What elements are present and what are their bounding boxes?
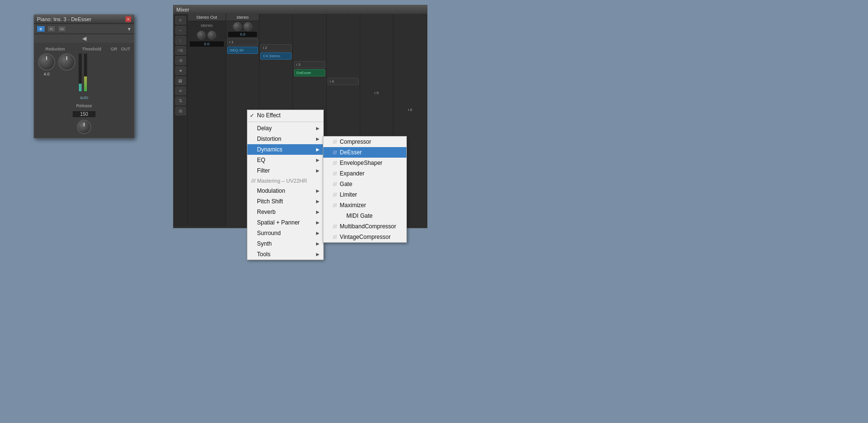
ch1-knob1[interactable] — [233, 22, 242, 31]
ch1-vol: 0.0 — [228, 32, 257, 37]
ch4-insert-i4[interactable]: i 4 — [328, 78, 359, 85]
context-menu: No Effect Delay ▶ Distortion ▶ Dynamics … — [247, 110, 324, 260]
sub-vintage[interactable]: /// VintageCompressor — [323, 232, 406, 242]
meter-gr — [78, 53, 82, 92]
ctx-delay[interactable]: Delay ▶ — [247, 123, 323, 134]
ctx-eq[interactable]: EQ ▶ — [247, 155, 323, 165]
ch3-insert-i3[interactable]: i 3 — [294, 61, 325, 68]
ctx-modulation-arrow: ▶ — [316, 188, 319, 193]
ctx-eq-arrow: ▶ — [316, 158, 319, 162]
sub-midi-gate[interactable]: MIDI Gate — [323, 211, 406, 221]
ctx-tools[interactable]: Tools ▶ — [247, 249, 323, 260]
stereo-out-knob2[interactable] — [208, 31, 216, 39]
ctx-reverb[interactable]: Reverb ▶ — [247, 207, 323, 217]
sub-maximizer[interactable]: /// Maximizer — [323, 200, 406, 211]
stereo-out-knob1[interactable] — [197, 31, 206, 39]
threshold-knob-group — [58, 53, 75, 71]
plugin-close-button[interactable]: × — [125, 16, 131, 22]
ctx-pitch-shift[interactable]: Pitch Shift ▶ — [247, 196, 323, 207]
meter-out-fill — [84, 76, 87, 91]
multiband-icon: /// — [333, 224, 337, 229]
ctx-surround[interactable]: Surround ▶ — [247, 228, 323, 238]
maximizer-icon: /// — [333, 203, 337, 208]
plugin-title-bar: Piano: Ins. 3 - DeEsser × — [34, 15, 134, 24]
ctx-filter[interactable]: Filter ▶ — [247, 165, 323, 176]
mixer-icon-3[interactable]: ↕ — [175, 36, 186, 45]
ctx-modulation[interactable]: Modulation ▶ — [247, 186, 323, 196]
mixer-icon-1[interactable]: ≡ — [175, 16, 186, 25]
ch1-inserts: i 1 GEQ-30 — [226, 37, 259, 55]
ch1-insert-geq[interactable]: GEQ-30 — [227, 47, 258, 54]
auto-label-row: auto — [38, 94, 130, 100]
dynamics-submenu: /// Compressor /// DeEsser /// EnvelopeS… — [323, 136, 407, 243]
ch3-inserts: i 3 DeEsser — [293, 60, 326, 78]
mixer-icon-4[interactable]: +B — [175, 46, 186, 55]
sub-multiband[interactable]: /// MultibandCompressor — [323, 221, 406, 232]
sub-deesser[interactable]: /// DeEsser — [323, 147, 406, 158]
plugin-knobs-meters: 4.0 — [38, 53, 130, 92]
ctx-distortion[interactable]: Distortion ▶ — [247, 134, 323, 144]
plugin-toolbar: e R W ▼ — [34, 24, 134, 34]
plugin-write-button[interactable]: W — [58, 25, 66, 32]
plugin-read-button[interactable]: R — [47, 25, 56, 32]
ctx-dynamics[interactable]: Dynamics ▶ — [247, 144, 323, 155]
sub-envelope[interactable]: /// EnvelopeShaper — [323, 158, 406, 168]
release-knob[interactable] — [77, 120, 91, 134]
ctx-pitch-arrow: ▶ — [316, 199, 319, 204]
compressor-icon: /// — [333, 139, 337, 145]
mixer-icon-5[interactable]: -B — [175, 56, 186, 65]
mixer-icon-rack[interactable]: ▦ — [175, 76, 186, 85]
plugin-enable-button[interactable]: e — [37, 25, 45, 32]
release-input[interactable] — [72, 111, 96, 118]
ctx-synth[interactable]: Synth ▶ — [247, 238, 323, 249]
plugin-window: Piano: Ins. 3 - DeEsser × e R W ▼ ◀ Redu… — [34, 14, 134, 138]
stereo-out-knobs — [188, 30, 226, 40]
gate-icon: /// — [333, 182, 337, 187]
meters-area — [78, 53, 130, 92]
meter-gr-fill — [79, 84, 82, 91]
mixer-icon-star[interactable]: ★ — [175, 66, 186, 75]
mixer-icon-grid[interactable]: ⊞ — [175, 107, 186, 115]
reduction-value: 4.0 — [44, 72, 50, 76]
ch1-insert-i1[interactable]: i 1 — [227, 38, 258, 46]
ch3-insert-deesser[interactable]: DeEsser — [294, 69, 325, 76]
threshold-knob[interactable] — [58, 53, 75, 71]
mixer-icon-arrows[interactable]: ⇅ — [175, 97, 186, 105]
mixer-title-bar: Mixer — [173, 5, 427, 14]
ch2-insert-c4[interactable]: C4 Stereo — [260, 52, 292, 60]
auto-label: auto — [80, 95, 88, 100]
sub-gate[interactable]: /// Gate — [323, 179, 406, 189]
sub-compressor[interactable]: /// Compressor — [323, 137, 406, 147]
plugin-prev-arrow[interactable]: ◀ — [82, 35, 86, 42]
ctx-mastering: /// Mastering – UV22HR — [247, 176, 323, 186]
ch2-inserts: i 2 C4 Stereo — [259, 43, 293, 61]
stereo-out-header: Stereo Out — [188, 14, 226, 21]
channel-1-header: stereo — [226, 14, 259, 21]
envelope-icon: /// — [333, 161, 337, 166]
ch6-label: i 6 — [408, 108, 412, 112]
ctx-no-effect[interactable]: No Effect — [247, 110, 323, 121]
reduction-knob[interactable] — [38, 53, 55, 71]
ctx-sep-1 — [247, 122, 323, 122]
ch5-label: i 5 — [375, 91, 379, 95]
ch2-insert-i2[interactable]: i 2 — [260, 44, 292, 51]
reduction-label: Reduction — [38, 47, 73, 51]
vintage-icon: /// — [333, 235, 337, 240]
release-section: Release — [38, 103, 130, 134]
stereo-out-vol: 0.0 — [190, 41, 224, 47]
ctx-filter-arrow: ▶ — [316, 168, 319, 173]
mixer-icon-2[interactable]: ↔ — [175, 26, 186, 35]
ctx-dynamics-arrow: ▶ — [316, 147, 319, 152]
ctx-distortion-arrow: ▶ — [316, 137, 319, 141]
limiter-icon: /// — [333, 192, 337, 198]
ch1-knob2[interactable] — [244, 22, 252, 31]
release-label: Release — [38, 103, 130, 108]
ctx-spatial[interactable]: Spatial + Panner ▶ — [247, 217, 323, 228]
sub-limiter[interactable]: /// Limiter — [323, 189, 406, 200]
plugin-menu-arrow[interactable]: ▼ — [127, 26, 132, 32]
ctx-spatial-arrow: ▶ — [316, 220, 319, 225]
gr-label: GR — [111, 47, 118, 51]
sub-expander[interactable]: /// Expander — [323, 168, 406, 179]
mixer-icon-bars[interactable]: ≋ — [175, 87, 186, 95]
plugin-content: Reduction Threshold GR OUT 4.0 — [34, 43, 134, 138]
